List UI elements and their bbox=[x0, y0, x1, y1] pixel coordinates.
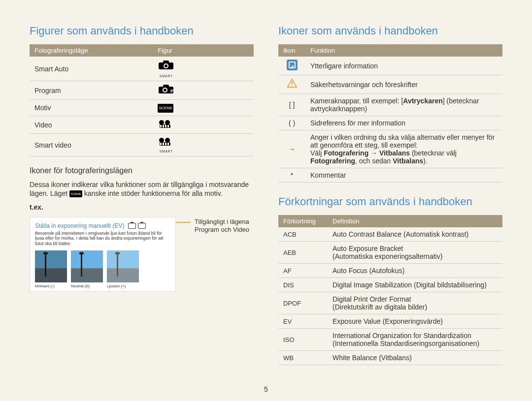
table-row: ISOInternational Organization for Standa… bbox=[278, 329, 502, 351]
table-row: DISDigital Image Stabilization (Digital … bbox=[278, 278, 502, 292]
table-row: *Kommentar bbox=[278, 168, 502, 183]
thumb: Neutral (0) bbox=[71, 250, 103, 288]
camera-smart-icon: SMART bbox=[158, 60, 174, 78]
abbrev-label: ISO bbox=[278, 329, 328, 351]
svg-point-3 bbox=[165, 64, 167, 67]
mode-label: Smart Auto bbox=[30, 57, 153, 81]
abbrev-label: DIS bbox=[278, 278, 328, 292]
abbrev-label: WB bbox=[278, 351, 328, 365]
table-row: WBWhite Balance (Vitbalans) bbox=[278, 351, 502, 365]
mode-label: Motiv bbox=[30, 100, 153, 116]
example-caption: Beroende på intensiteten i omgivande lju… bbox=[35, 231, 170, 247]
thumb-label: Ljusare (+) bbox=[107, 284, 139, 288]
abbrev-def: White Balance (Vitbalans) bbox=[328, 351, 502, 365]
example-title: Ställa in exponering manuellt (EV) bbox=[35, 222, 124, 229]
func-text: Kommentar bbox=[305, 168, 502, 183]
left-column: Figurer som används i handboken Fotograf… bbox=[30, 25, 254, 375]
func-text: Kameraknappar, till exempel: [Avtryckare… bbox=[305, 94, 502, 116]
abbrev-def: Digital Print Order Format(Direktutskrif… bbox=[328, 292, 502, 314]
abbrev-label: EV bbox=[278, 314, 328, 329]
table-row: AEBAuto Exposure Bracket(Automatiska exp… bbox=[278, 242, 502, 264]
table-row: Smart Auto SMART bbox=[30, 57, 254, 81]
svg-rect-19 bbox=[160, 143, 162, 145]
icon-text: ( ) bbox=[278, 116, 305, 130]
scene-icon-inline: SCENE bbox=[69, 190, 82, 197]
svg-point-24 bbox=[291, 85, 292, 86]
table-row: Program P bbox=[30, 81, 254, 100]
svg-rect-5 bbox=[163, 85, 169, 87]
col-func: Funktion bbox=[305, 44, 502, 57]
side-note: Tillgängligt i lägena Program och Video bbox=[195, 218, 254, 235]
abbrev-heading: Förkortningar som används i handboken bbox=[278, 195, 502, 208]
table-row: AFAuto Focus (Autofokus) bbox=[278, 264, 502, 278]
abbrev-label: AF bbox=[278, 264, 328, 278]
col-mode: Fotograferingsläge bbox=[30, 44, 153, 57]
svg-rect-1 bbox=[163, 61, 169, 63]
func-text: Anger i vilken ordning du ska välja alte… bbox=[305, 130, 502, 168]
svg-rect-21 bbox=[165, 143, 166, 145]
abbrev-label: AEB bbox=[278, 242, 328, 264]
col-abbrev: Förkortning bbox=[278, 215, 328, 227]
thumb-label: Mörkare (-) bbox=[35, 284, 67, 288]
figures-table: Fotograferingsläge Figur Smart Auto SMAR… bbox=[30, 44, 254, 156]
video-icon bbox=[138, 223, 146, 229]
abbrev-def: Auto Contrast Balance (Automatisk kontra… bbox=[328, 227, 502, 242]
abbrev-label: DPOF bbox=[278, 292, 328, 314]
abbrev-label: ACB bbox=[278, 227, 328, 242]
svg-rect-12 bbox=[160, 125, 162, 127]
camera-p-icon bbox=[128, 223, 136, 229]
table-row: ( )Sidreferens för mer information bbox=[278, 116, 502, 130]
table-row: Ytterligare information bbox=[278, 57, 502, 75]
table-row: Video bbox=[30, 116, 254, 134]
mode-label: Smart video bbox=[30, 134, 153, 156]
example-card: Ställa in exponering manuellt (EV) Beroe… bbox=[30, 217, 176, 292]
icon-text: * bbox=[278, 168, 305, 183]
svg-point-17 bbox=[165, 138, 170, 143]
right-column: Ikoner som används i handboken Ikon Funk… bbox=[278, 25, 502, 375]
thumb: Mörkare (-) bbox=[35, 250, 67, 288]
abbrev-def: International Organization for Standardi… bbox=[328, 329, 502, 351]
table-row: →Anger i vilken ordning du ska välja alt… bbox=[278, 130, 502, 168]
svg-point-7 bbox=[164, 89, 166, 92]
page-number: 5 bbox=[264, 385, 268, 393]
svg-rect-20 bbox=[163, 143, 164, 145]
tex-label: t.ex. bbox=[30, 203, 254, 212]
table-row: Smart video SMART bbox=[30, 134, 254, 156]
icon-text: [ ] bbox=[278, 94, 305, 116]
sub-heading: Ikoner för fotograferingslägen bbox=[30, 166, 254, 175]
table-row: DPOFDigital Print Order Format(Direktuts… bbox=[278, 292, 502, 314]
mode-label: Program bbox=[30, 81, 153, 100]
col-def: Definition bbox=[328, 215, 502, 227]
svg-rect-15 bbox=[167, 125, 169, 127]
icons-table: Ikon Funktion Ytterligare informationSäk… bbox=[278, 44, 502, 183]
figures-heading: Figurer som används i handboken bbox=[30, 25, 254, 37]
svg-text:P: P bbox=[170, 89, 173, 93]
func-text: Sidreferens för mer information bbox=[305, 116, 502, 130]
thumb-label: Neutral (0) bbox=[71, 284, 103, 288]
video-smart-icon: SMART bbox=[158, 137, 174, 153]
table-row: Säkerhetsvarningar och föreskrifter bbox=[278, 75, 502, 94]
col-icon: Ikon bbox=[278, 44, 305, 57]
abbrev-def: Auto Focus (Autofokus) bbox=[328, 264, 502, 278]
thumb: Ljusare (+) bbox=[107, 250, 139, 288]
svg-point-10 bbox=[165, 120, 170, 125]
icons-heading: Ikoner som används i handboken bbox=[278, 25, 502, 37]
body-paragraph: Dessa ikoner indikerar vilka funktioner … bbox=[30, 180, 254, 198]
mode-label: Video bbox=[30, 116, 153, 134]
svg-rect-22 bbox=[167, 143, 169, 145]
warning-icon bbox=[287, 78, 298, 89]
table-row: [ ]Kameraknappar, till exempel: [Avtryck… bbox=[278, 94, 502, 116]
thumb-image-dark bbox=[35, 250, 67, 282]
svg-rect-14 bbox=[165, 125, 166, 127]
table-row: EVExposure Value (Exponeringsvärde) bbox=[278, 314, 502, 329]
svg-rect-13 bbox=[163, 125, 164, 127]
col-figure: Figur bbox=[153, 44, 254, 57]
abbrev-def: Digital Image Stabilization (Digital bil… bbox=[328, 278, 502, 292]
table-row: Motiv SCENE bbox=[30, 100, 254, 116]
svg-point-16 bbox=[159, 138, 164, 143]
abbrev-table: Förkortning Definition ACBAuto Contrast … bbox=[278, 215, 502, 365]
abbrev-def: Exposure Value (Exponeringsvärde) bbox=[328, 314, 502, 329]
video-icon bbox=[158, 119, 174, 130]
abbrev-def: Auto Exposure Bracket(Automatiska expone… bbox=[328, 242, 502, 264]
connector-line bbox=[176, 222, 191, 223]
